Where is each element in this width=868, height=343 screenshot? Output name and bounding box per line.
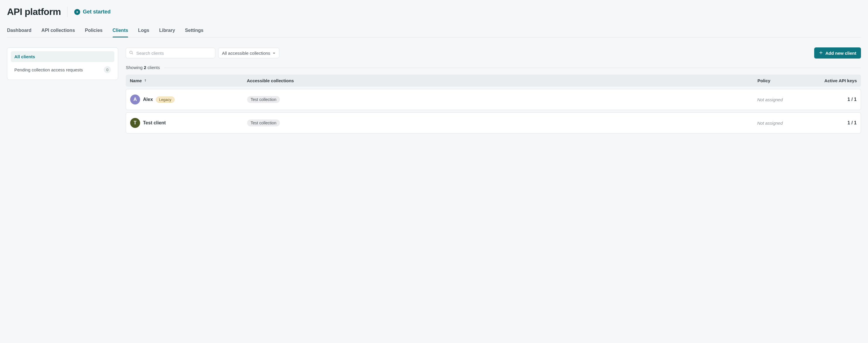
sidebar-item-label: All clients	[14, 54, 35, 59]
tab-policies[interactable]: Policies	[85, 25, 102, 37]
clients-sidebar: All clientsPending collection access req…	[7, 48, 118, 80]
collections-filter-dropdown[interactable]: All accessible collections	[218, 48, 279, 58]
tab-library[interactable]: Library	[159, 25, 175, 37]
add-client-label: Add new client	[825, 51, 856, 56]
policy-cell: Not assigned	[757, 97, 816, 102]
results-summary: Showing 2 clients	[126, 65, 160, 70]
tab-clients[interactable]: Clients	[113, 25, 128, 37]
column-header-collections: Accessible collections	[247, 78, 757, 83]
get-started-link[interactable]: Get started	[74, 9, 111, 15]
plus-icon	[819, 51, 823, 56]
column-header-policy: Policy	[757, 78, 816, 83]
search-input-wrapper[interactable]	[126, 48, 215, 58]
sidebar-item-label: Pending collection access requests	[14, 67, 83, 72]
count-badge: 0	[104, 66, 111, 73]
search-input[interactable]	[136, 50, 212, 56]
collection-chip: Test collection	[247, 96, 280, 103]
sidebar-item-pending-requests[interactable]: Pending collection access requests0	[11, 63, 114, 76]
divider	[164, 67, 861, 68]
tab-settings[interactable]: Settings	[185, 25, 204, 37]
main-tabs: DashboardAPI collectionsPoliciesClientsL…	[7, 25, 861, 37]
collection-chip: Test collection	[247, 119, 280, 126]
avatar: A	[130, 94, 140, 105]
collections-filter-label: All accessible collections	[222, 51, 270, 56]
column-header-name[interactable]: Name	[130, 78, 147, 83]
column-header-keys: Active API keys	[816, 78, 857, 83]
svg-line-2	[132, 53, 133, 54]
tab-logs[interactable]: Logs	[138, 25, 149, 37]
caret-down-icon	[273, 51, 276, 56]
play-circle-icon	[74, 9, 81, 15]
page-title: API platform	[7, 6, 61, 17]
tab-api-collections[interactable]: API collections	[41, 25, 75, 37]
avatar: T	[130, 118, 140, 128]
policy-cell: Not assigned	[757, 121, 816, 125]
client-name: Test client	[143, 120, 166, 125]
tab-dashboard[interactable]: Dashboard	[7, 25, 32, 37]
sidebar-item-all-clients[interactable]: All clients	[11, 51, 114, 62]
table-row[interactable]: AAlexLegacyTest collectionNot assigned1 …	[126, 89, 861, 110]
sort-asc-icon	[144, 78, 147, 83]
legacy-badge: Legacy	[156, 96, 175, 103]
add-client-button[interactable]: Add new client	[814, 48, 861, 59]
api-keys-cell: 1 / 1	[816, 97, 857, 102]
clients-table-header: Name Accessible collections Policy Activ…	[126, 75, 861, 87]
get-started-label: Get started	[83, 9, 111, 15]
api-keys-cell: 1 / 1	[816, 120, 857, 125]
search-icon	[129, 50, 133, 56]
client-name: Alex	[143, 97, 153, 102]
table-row[interactable]: TTest clientTest collectionNot assigned1…	[126, 112, 861, 134]
